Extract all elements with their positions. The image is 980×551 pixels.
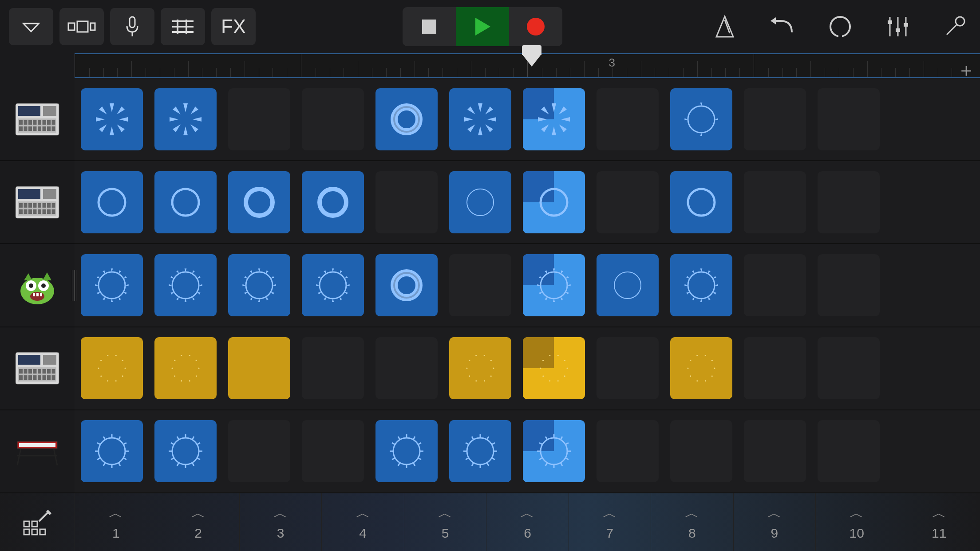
add-column-button[interactable]: ＋ xyxy=(957,58,976,83)
track-header[interactable] xyxy=(0,78,75,161)
loop-cell[interactable] xyxy=(81,88,143,150)
timeline-ruler[interactable]: 3 ＋ xyxy=(75,53,980,78)
empty-cell[interactable] xyxy=(375,337,438,399)
empty-cell[interactable] xyxy=(302,337,364,399)
track-header[interactable] xyxy=(0,161,75,244)
loop-cell[interactable] xyxy=(228,337,290,399)
loop-cell[interactable] xyxy=(154,88,217,150)
loop-cell[interactable] xyxy=(670,171,732,233)
column-trigger[interactable]: ︿8 xyxy=(651,493,733,551)
edit-grid-button[interactable] xyxy=(0,493,75,551)
empty-cell[interactable] xyxy=(744,254,806,316)
empty-cell[interactable] xyxy=(818,337,880,399)
empty-cell[interactable] xyxy=(818,171,880,233)
empty-cell[interactable] xyxy=(449,254,511,316)
empty-cell[interactable] xyxy=(228,88,290,150)
column-trigger[interactable]: ︿7 xyxy=(569,493,651,551)
loop-cell[interactable] xyxy=(523,337,585,399)
loop-cell[interactable] xyxy=(449,420,511,482)
svg-rect-38 xyxy=(52,120,55,125)
loop-waveform-icon xyxy=(92,265,132,305)
loop-cell[interactable] xyxy=(523,420,585,482)
loop-cell[interactable] xyxy=(154,254,217,316)
loop-cell[interactable] xyxy=(228,254,290,316)
column-trigger[interactable]: ︿6 xyxy=(486,493,568,551)
loop-cell[interactable] xyxy=(81,420,143,482)
loop-cell[interactable] xyxy=(449,88,511,150)
loop-cell[interactable] xyxy=(81,171,143,233)
empty-cell[interactable] xyxy=(818,254,880,316)
column-trigger[interactable]: ︿9 xyxy=(733,493,815,551)
grid-view-button[interactable] xyxy=(161,8,205,45)
browser-button[interactable] xyxy=(9,8,53,45)
loop-cell[interactable] xyxy=(302,171,364,233)
loop-waveform-icon xyxy=(387,265,427,305)
column-trigger[interactable]: ︿3 xyxy=(239,493,321,551)
empty-cell[interactable] xyxy=(744,171,806,233)
empty-cell[interactable] xyxy=(597,171,659,233)
empty-cell[interactable] xyxy=(597,88,659,150)
tracks-view-button[interactable] xyxy=(59,8,104,45)
empty-cell[interactable] xyxy=(744,420,806,482)
loop-cell[interactable] xyxy=(670,254,732,316)
svg-line-26 xyxy=(947,24,957,35)
column-trigger[interactable]: ︿4 xyxy=(321,493,403,551)
empty-cell[interactable] xyxy=(818,88,880,150)
column-trigger[interactable]: ︿1 xyxy=(75,493,157,551)
column-trigger[interactable]: ︿10 xyxy=(815,493,897,551)
stop-button[interactable] xyxy=(403,7,456,46)
loop-cell[interactable] xyxy=(81,254,143,316)
svg-marker-136 xyxy=(559,106,567,114)
column-trigger[interactable]: ︿11 xyxy=(898,493,980,551)
column-trigger[interactable]: ︿2 xyxy=(157,493,239,551)
record-button[interactable] xyxy=(509,7,562,46)
column-trigger[interactable]: ︿5 xyxy=(404,493,486,551)
svg-line-311 xyxy=(398,463,400,466)
loop-cell[interactable] xyxy=(375,254,438,316)
loop-cell[interactable] xyxy=(449,171,511,233)
track-header[interactable] xyxy=(0,244,75,327)
empty-cell[interactable] xyxy=(818,420,880,482)
loop-cell[interactable] xyxy=(523,254,585,316)
empty-cell[interactable] xyxy=(375,171,438,233)
loop-button[interactable] xyxy=(825,11,856,42)
loop-cell[interactable] xyxy=(670,88,732,150)
loop-cell[interactable] xyxy=(449,337,511,399)
loop-cell[interactable] xyxy=(375,88,438,150)
empty-cell[interactable] xyxy=(744,88,806,150)
svg-point-250 xyxy=(493,368,494,369)
loop-cell[interactable] xyxy=(302,254,364,316)
empty-cell[interactable] xyxy=(302,420,364,482)
svg-line-302 xyxy=(177,437,179,440)
empty-cell[interactable] xyxy=(670,420,732,482)
track-header[interactable] xyxy=(0,327,75,410)
loop-cell[interactable] xyxy=(597,254,659,316)
loop-waveform-icon xyxy=(534,99,574,139)
loop-cell[interactable] xyxy=(523,171,585,233)
empty-cell[interactable] xyxy=(302,88,364,150)
loop-cell[interactable] xyxy=(81,337,143,399)
loop-cell[interactable] xyxy=(154,337,217,399)
mic-button[interactable] xyxy=(110,8,154,45)
metronome-icon[interactable] xyxy=(709,11,740,42)
empty-cell[interactable] xyxy=(228,420,290,482)
drummachine-icon xyxy=(13,182,62,222)
empty-cell[interactable] xyxy=(744,337,806,399)
track-header[interactable] xyxy=(0,410,75,493)
loop-cell[interactable] xyxy=(375,420,438,482)
undo-button[interactable] xyxy=(767,11,798,42)
monster-icon xyxy=(13,265,62,305)
fx-button[interactable]: FX xyxy=(211,8,256,45)
loop-cell[interactable] xyxy=(523,88,585,150)
play-button[interactable] xyxy=(456,7,509,46)
loop-cell[interactable] xyxy=(670,337,732,399)
mixer-button[interactable] xyxy=(882,11,913,42)
resize-handle-icon[interactable] xyxy=(72,270,76,301)
loop-cell[interactable] xyxy=(154,171,217,233)
playhead-icon[interactable] xyxy=(522,54,541,67)
loop-cell[interactable] xyxy=(154,420,217,482)
loop-cell[interactable] xyxy=(228,171,290,233)
settings-button[interactable] xyxy=(940,11,971,42)
empty-cell[interactable] xyxy=(597,420,659,482)
empty-cell[interactable] xyxy=(597,337,659,399)
